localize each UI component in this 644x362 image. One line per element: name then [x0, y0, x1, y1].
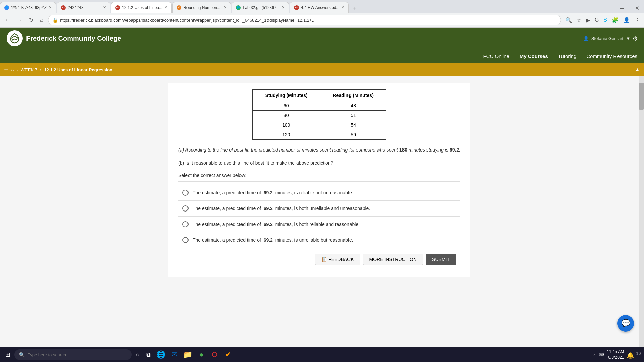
tab-close-5[interactable]: ✕ — [282, 5, 285, 10]
more-instruction-button[interactable]: MORE INSTRUCTION — [363, 254, 423, 265]
tab-label-3: 12.1.2 Uses of Linea... — [122, 5, 162, 10]
nav-community-resources[interactable]: Community Resources — [586, 53, 637, 59]
answer-option-4[interactable]: The estimate, a predicted time of 69.2 m… — [178, 232, 460, 248]
taskbar-keyboard-icon[interactable]: ⌨ — [599, 352, 604, 357]
content-inner: Studying (Minutes) Reading (Minutes) 60 … — [168, 83, 470, 277]
home-breadcrumb-icon[interactable]: ⌂ — [11, 67, 14, 72]
minimize-icon[interactable]: ─ — [619, 4, 625, 13]
feedback-button[interactable]: 📋 FEEDBACK — [315, 254, 360, 265]
table-row: 100 54 — [253, 120, 386, 130]
answer-option-2[interactable]: The estimate, a predicted time of 69.2 m… — [178, 201, 460, 217]
table-cell-study-4: 120 — [253, 130, 320, 140]
task-view-button[interactable]: ⧉ — [144, 350, 153, 360]
taskbar-folder[interactable]: 📁 — [181, 348, 194, 361]
taskbar-check[interactable]: ✔ — [222, 348, 234, 361]
part-a-mid: minutes studying is — [407, 147, 450, 153]
search-icon[interactable]: 🔍 — [564, 16, 573, 25]
address-input[interactable] — [60, 18, 557, 23]
back-button[interactable]: ← — [3, 16, 12, 24]
nav-tutoring[interactable]: Tutoring — [558, 53, 576, 59]
address-bar[interactable]: 🔒 — [48, 15, 561, 25]
scroll-thumb[interactable] — [639, 83, 644, 110]
taskbar-edge[interactable]: 🌐 — [155, 348, 167, 361]
close-icon[interactable]: ✕ — [634, 4, 641, 13]
part-b-text: (b) Is it reasonable to use this line of… — [178, 160, 460, 166]
cortana-button[interactable]: ○ — [133, 350, 142, 360]
answer-option-3[interactable]: The estimate, a predicted time of 69.2 m… — [178, 217, 460, 232]
home-button[interactable]: ⌂ — [38, 16, 45, 24]
menu-icon[interactable]: ☰ — [4, 67, 8, 72]
extensions-icon[interactable]: 🧩 — [610, 16, 620, 25]
radio-2[interactable] — [182, 205, 189, 212]
app-header: Frederick Community College 👤 Stefanie G… — [0, 28, 644, 49]
browser-tab-5[interactable]: 🌐 Lab 32.gif (512×67... ✕ — [232, 2, 289, 13]
browser-tab-2[interactable]: Bb 2424248 ✕ — [57, 2, 110, 13]
lock-icon: 🔒 — [52, 17, 58, 23]
part-a-intro: (a) According to the line of best fit, t… — [178, 147, 399, 153]
new-tab-button[interactable]: + — [350, 6, 359, 13]
submit-button[interactable]: SUBMIT — [426, 254, 456, 265]
browser-tab-3[interactable]: Bb 12.1.2 Uses of Linea... ✕ — [111, 2, 172, 13]
user-info: 👤 Stefanie Gerhart ▼ ⏻ — [583, 36, 637, 41]
chrome-icon: ● — [199, 350, 203, 359]
part-a-num: 180 — [399, 147, 407, 153]
browser-tab-6[interactable]: Bb 4.4 HW Answers.pd... ✕ — [290, 2, 349, 13]
radio-3[interactable] — [182, 221, 189, 227]
more-menu-icon[interactable]: ⋮ — [633, 16, 641, 25]
logout-icon[interactable]: ⏻ — [633, 36, 637, 41]
table-cell-read-4: 59 — [320, 130, 386, 140]
answer-option-1[interactable]: The estimate, a predicted time of 69.2 m… — [178, 185, 460, 201]
browser-tab-1[interactable]: 🌐 1*N1-K-A43_98pYZ ✕ — [0, 2, 56, 13]
maximize-icon[interactable]: □ — [626, 4, 632, 13]
tab-favicon-2: Bb — [61, 5, 66, 10]
app-header-wrapper: Frederick Community College 👤 Stefanie G… — [0, 28, 644, 63]
chat-button[interactable]: 💬 — [617, 315, 634, 332]
check-icon: ✔ — [225, 350, 231, 359]
table-row: 80 51 — [253, 111, 386, 120]
notification-icon[interactable]: 🔔 12 — [627, 350, 641, 359]
tab-close-3[interactable]: ✕ — [164, 5, 167, 10]
radio-4[interactable] — [182, 237, 189, 243]
table-header-studying: Studying (Minutes) — [253, 90, 320, 101]
taskbar-time: 11:45 AM 8/3/2021 — [607, 349, 624, 360]
window-controls: ─ □ ✕ — [619, 4, 644, 13]
nav-fcc-online[interactable]: FCC Online — [483, 53, 509, 59]
feedback-icon: 📋 — [321, 257, 327, 262]
option-2-text: The estimate, a predicted time of 69.2 m… — [193, 206, 370, 211]
taskbar-chrome[interactable]: ● — [195, 348, 208, 361]
table-cell-read-1: 48 — [320, 101, 386, 111]
select-prompt: Select the correct answer below: — [178, 169, 460, 182]
media-icon[interactable]: ▶ — [585, 16, 591, 25]
tab-close-4[interactable]: ✕ — [224, 5, 227, 10]
taskbar-up-arrow[interactable]: ∧ — [593, 352, 596, 357]
scroll-up-icon[interactable]: ▲ — [635, 67, 640, 73]
refresh-button[interactable]: ↻ — [27, 16, 35, 25]
tab-close-6[interactable]: ✕ — [341, 5, 344, 10]
right-scrollbar[interactable] — [639, 76, 644, 362]
taskbar-apps: 🌐 ✉ 📁 ● O ✔ — [155, 348, 234, 361]
feedback-label: FEEDBACK — [328, 257, 354, 262]
skype-icon[interactable]: S — [602, 16, 608, 24]
user-dropdown-icon[interactable]: ▼ — [626, 36, 630, 41]
part-a-val: 69.2 — [450, 147, 459, 153]
taskbar-search-box[interactable]: 🔍 — [14, 349, 132, 360]
start-button[interactable]: ⊞ — [3, 350, 13, 360]
browser-tab-4[interactable]: ⊙ Rounding Numbers... ✕ — [172, 2, 231, 13]
taskbar-mail[interactable]: ✉ — [168, 348, 181, 361]
tab-bar: 🌐 1*N1-K-A43_98pYZ ✕ Bb 2424248 ✕ Bb 12.… — [0, 0, 644, 13]
bookmark-icon[interactable]: ☆ — [575, 16, 583, 25]
radio-1[interactable] — [182, 190, 189, 196]
notification-count: 12 — [636, 350, 641, 356]
grammarly-icon[interactable]: G — [593, 16, 600, 24]
tab-close-2[interactable]: ✕ — [103, 5, 106, 10]
tab-label-5: Lab 32.gif (512×67... — [243, 5, 280, 10]
breadcrumb-week[interactable]: WEEK 7 — [21, 67, 37, 72]
tab-close-1[interactable]: ✕ — [49, 5, 52, 10]
breadcrumb-separator-2: › — [40, 67, 41, 72]
forward-button[interactable]: → — [15, 16, 24, 24]
taskbar-office[interactable]: O — [208, 348, 221, 361]
taskbar-search-input[interactable] — [28, 352, 95, 357]
user-avatar[interactable]: 👤 — [622, 16, 631, 25]
folder-icon: 📁 — [183, 350, 192, 359]
nav-my-courses[interactable]: My Courses — [520, 53, 548, 59]
